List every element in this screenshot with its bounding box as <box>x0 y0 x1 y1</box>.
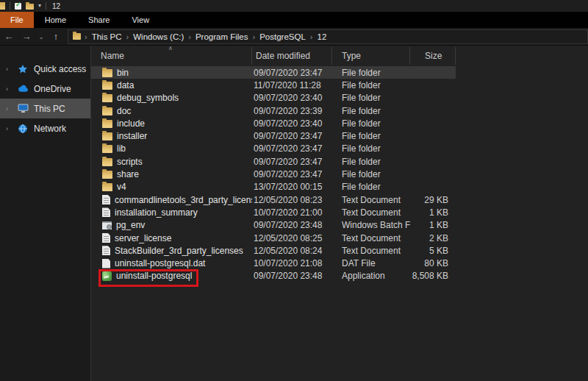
file-name: share <box>117 169 139 179</box>
column-header-date-modified[interactable]: Date modified <box>252 47 332 65</box>
properties-icon[interactable] <box>15 3 21 10</box>
back-icon[interactable]: ← <box>0 28 18 46</box>
date-modified: 09/07/2020 23:47 <box>252 169 332 179</box>
file-type: Text Document <box>332 195 410 205</box>
file-row[interactable]: bin09/07/2020 23:47File folder <box>91 66 456 79</box>
file-row[interactable]: pg_env09/07/2020 23:48Windows Batch File… <box>91 219 456 232</box>
file-row[interactable]: uninstall-postgresql09/07/2020 23:48Appl… <box>91 270 456 282</box>
file-name: scripts <box>117 157 143 167</box>
file-row[interactable]: scripts09/07/2020 23:47File folder <box>91 155 456 168</box>
date-modified: 12/05/2020 08:24 <box>252 246 332 256</box>
date-modified: 10/07/2020 21:08 <box>252 258 332 268</box>
tab-view[interactable]: View <box>121 12 160 28</box>
text-file-icon <box>102 246 110 255</box>
tab-home[interactable]: Home <box>34 12 77 28</box>
file-type: Windows Batch File <box>332 220 410 230</box>
file-row[interactable]: debug_symbols09/07/2020 23:40File folder <box>91 92 456 104</box>
file-row[interactable]: uninstall-postgresql.dat10/07/2020 21:08… <box>91 257 456 269</box>
column-headers: ∧ NameDate modifiedTypeSize <box>91 47 588 65</box>
sidebar-item-quick-access[interactable]: ›Quick access <box>0 59 90 79</box>
file-row[interactable]: data11/07/2020 11:28File folder <box>91 79 456 91</box>
file-size: 5 KB <box>410 246 456 256</box>
file-size: 29 KB <box>410 195 456 205</box>
date-modified: 10/07/2020 21:00 <box>252 207 332 218</box>
file-row[interactable]: installer09/07/2020 23:47File folder <box>91 129 456 142</box>
file-row[interactable]: commandlinetools_3rd_party_licenses12/05… <box>91 193 456 206</box>
breadcrumb-segment[interactable]: Program Files <box>193 32 251 41</box>
new-folder-icon[interactable] <box>26 4 34 10</box>
titlebar-separator <box>10 2 10 10</box>
file-row[interactable]: include09/07/2020 23:40File folder <box>91 117 456 129</box>
date-modified: 13/07/2020 00:15 <box>252 182 332 192</box>
date-modified: 09/07/2020 23:47 <box>252 143 332 154</box>
file-name: installation_summary <box>115 207 198 218</box>
recent-locations-icon[interactable]: ⌄ <box>35 28 47 46</box>
computer-icon <box>17 103 29 115</box>
date-modified: 12/05/2020 08:23 <box>252 195 332 205</box>
date-modified: 09/07/2020 23:40 <box>252 118 332 129</box>
file-row[interactable]: installation_summary10/07/2020 21:00Text… <box>91 206 456 218</box>
up-icon[interactable]: ↑ <box>47 28 65 46</box>
file-row[interactable]: StackBuilder_3rd_party_licenses12/05/202… <box>91 244 456 257</box>
date-modified: 09/07/2020 23:47 <box>252 157 332 167</box>
text-file-icon <box>102 233 110 243</box>
explorer-app-icon <box>0 2 5 10</box>
expand-chevron-icon[interactable]: › <box>6 85 12 93</box>
date-modified: 09/07/2020 23:47 <box>252 68 332 78</box>
file-type: File folder <box>332 68 410 78</box>
breadcrumb-chevron-icon[interactable]: › <box>188 32 191 41</box>
breadcrumb-segment[interactable]: PostgreSQL <box>257 32 309 41</box>
folder-icon <box>102 158 112 166</box>
breadcrumb-chevron-icon[interactable]: › <box>310 32 313 41</box>
sidebar-item-this-pc[interactable]: ›This PC <box>0 99 90 118</box>
file-name: v4 <box>117 182 126 192</box>
file-size: 1 KB <box>410 207 456 218</box>
breadcrumb-segment[interactable]: Windows (C:) <box>130 32 187 41</box>
address-bar[interactable]: ›This PC›Windows (C:)›Program Files›Post… <box>68 29 588 44</box>
file-name: bin <box>117 68 129 78</box>
file-name: doc <box>117 106 131 116</box>
breadcrumb-chevron-icon[interactable]: › <box>85 32 87 41</box>
date-modified: 09/07/2020 23:40 <box>252 93 332 103</box>
file-type: File folder <box>332 93 410 103</box>
file-type: Text Document <box>332 207 410 218</box>
tab-file[interactable]: File <box>0 12 34 28</box>
file-name: uninstall-postgresql.dat <box>115 258 205 268</box>
file-name: commandlinetools_3rd_party_licenses <box>115 195 252 205</box>
date-modified: 12/05/2020 08:25 <box>252 233 332 243</box>
text-file-icon <box>102 207 110 217</box>
file-row[interactable]: v413/07/2020 00:15File folder <box>91 181 456 193</box>
expand-chevron-icon[interactable]: › <box>6 105 12 113</box>
expand-chevron-icon[interactable]: › <box>6 125 12 132</box>
file-row[interactable]: doc09/07/2020 23:39File folder <box>91 104 456 117</box>
breadcrumb-segment[interactable]: This PC <box>89 32 125 41</box>
column-header-size[interactable]: Size <box>410 47 456 65</box>
file-type: File folder <box>332 106 410 116</box>
date-modified: 09/07/2020 23:48 <box>252 271 332 281</box>
expand-chevron-icon[interactable]: › <box>6 65 12 73</box>
sidebar-item-network[interactable]: ›Network <box>0 118 90 138</box>
date-modified: 09/07/2020 23:39 <box>252 106 332 116</box>
breadcrumb-chevron-icon[interactable]: › <box>253 32 256 41</box>
forward-icon[interactable]: → <box>18 28 35 46</box>
navigation-bar: ← → ⌄ ↑ ›This PC›Windows (C:)›Program Fi… <box>0 28 588 46</box>
sidebar-item-label: Quick access <box>34 64 86 74</box>
date-modified: 09/07/2020 23:48 <box>252 220 332 230</box>
file-list-pane: ∧ NameDate modifiedTypeSize bin09/07/202… <box>90 46 588 381</box>
breadcrumb-segment[interactable]: 12 <box>315 32 330 41</box>
folder-icon <box>102 120 112 128</box>
sidebar-item-onedrive[interactable]: ›OneDrive <box>0 79 90 99</box>
tab-share[interactable]: Share <box>77 12 121 28</box>
file-type: File folder <box>332 80 410 90</box>
column-header-type[interactable]: Type <box>332 47 410 65</box>
file-row[interactable]: lib09/07/2020 23:47File folder <box>91 143 456 155</box>
file-name: lib <box>117 143 126 154</box>
qat-dropdown-icon[interactable]: ▾ <box>38 2 41 10</box>
breadcrumb-chevron-icon[interactable]: › <box>126 32 129 41</box>
folder-icon <box>102 145 112 153</box>
date-modified: 11/07/2020 11:28 <box>252 80 332 90</box>
file-row[interactable]: server_license12/05/2020 08:25Text Docum… <box>91 232 456 244</box>
file-size: 80 KB <box>410 258 456 268</box>
sort-ascending-icon: ∧ <box>168 45 173 51</box>
file-row[interactable]: share09/07/2020 23:47File folder <box>91 168 456 180</box>
